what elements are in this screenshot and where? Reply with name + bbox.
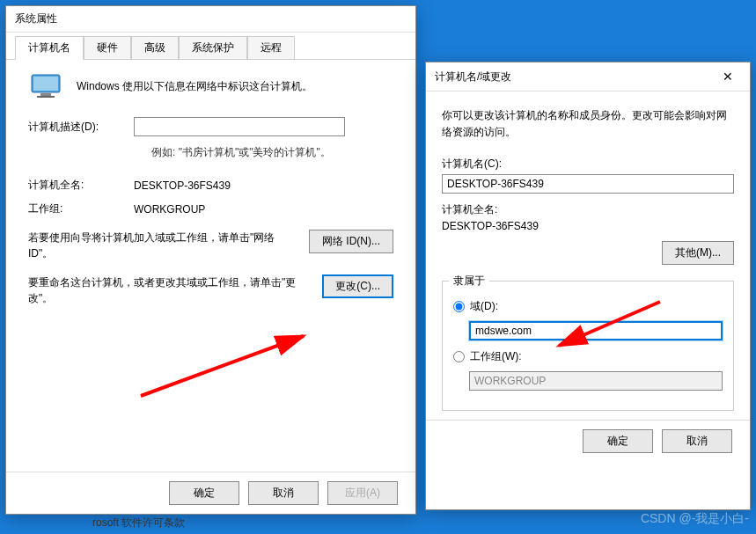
description-row: 计算机描述(D): [28, 117, 393, 136]
domain-radio-label: 域(D): [470, 299, 498, 314]
intro-text: Windows 使用以下信息在网络中标识这台计算机。 [77, 79, 312, 94]
computer-name-input[interactable] [442, 174, 734, 194]
change-block: 要重命名这台计算机，或者更改其域或工作组，请单击"更改"。 更改(C)... [28, 274, 393, 306]
tabstrip: 计算机名 硬件 高级 系统保护 远程 [6, 36, 415, 60]
panel: Windows 使用以下信息在网络中标识这台计算机。 计算机描述(D): 例如:… [6, 60, 415, 333]
member-of-fieldset: 隶属于 域(D): 工作组(W): [442, 274, 734, 411]
domain-radio-row: 域(D): [453, 299, 723, 314]
cancel-button[interactable]: 取消 [662, 429, 732, 453]
network-id-button[interactable]: 网络 ID(N)... [309, 230, 393, 253]
bottom-text-fragment: rosoft 软件许可条款 [92, 516, 185, 530]
netid-text: 若要使用向导将计算机加入域或工作组，请单击"网络 ID"。 [28, 230, 291, 261]
domain-change-dialog: 计算机名/域更改 ✕ 你可以更改该计算机的名称和成员身份。更改可能会影响对网络资… [425, 62, 751, 510]
svg-rect-1 [33, 77, 58, 91]
titlebar[interactable]: 系统属性 [6, 6, 415, 33]
window-title: 计算机名/域更改 [435, 69, 715, 84]
workgroup-value: WORKGROUP [134, 203, 205, 216]
change-button[interactable]: 更改(C)... [322, 274, 393, 298]
workgroup-input [469, 371, 723, 391]
tab-system-protection[interactable]: 系统保护 [179, 36, 247, 60]
dialog-footer: 确定 取消 应用(A) [6, 472, 415, 514]
close-icon[interactable]: ✕ [715, 68, 741, 85]
dialog-footer: 确定 取消 [426, 420, 750, 462]
fullname-label: 计算机全名: [442, 202, 734, 217]
intro-row: Windows 使用以下信息在网络中标识这台计算机。 [28, 73, 393, 99]
description-example: 例如: "书房计算机"或"美玲的计算机"。 [151, 145, 393, 160]
dialog-body: 你可以更改该计算机的名称和成员身份。更改可能会影响对网络资源的访问。 计算机名(… [426, 91, 750, 420]
member-of-legend: 隶属于 [449, 274, 489, 289]
description-input[interactable] [134, 117, 345, 136]
fullname-value: DESKTOP-36FS439 [442, 220, 734, 232]
titlebar[interactable]: 计算机名/域更改 ✕ [426, 62, 750, 91]
description-label: 计算机描述(D): [28, 120, 134, 135]
netid-block: 若要使用向导将计算机加入域或工作组，请单击"网络 ID"。 网络 ID(N)..… [28, 230, 393, 261]
fullname-row: 计算机全名: DESKTOP-36FS439 [28, 178, 393, 193]
workgroup-radio-label: 工作组(W): [470, 349, 522, 364]
workgroup-label: 工作组: [28, 201, 134, 216]
domain-radio[interactable] [453, 301, 465, 312]
computer-icon [28, 73, 63, 99]
apply-button[interactable]: 应用(A) [327, 481, 398, 505]
tab-remote[interactable]: 远程 [247, 36, 295, 60]
svg-rect-3 [37, 96, 55, 98]
other-button[interactable]: 其他(M)... [662, 241, 734, 265]
tab-advanced[interactable]: 高级 [131, 36, 179, 60]
workgroup-radio[interactable] [453, 351, 465, 362]
computer-name-label: 计算机名(C): [442, 157, 734, 172]
ok-button[interactable]: 确定 [169, 481, 239, 505]
system-properties-dialog: 系统属性 计算机名 硬件 高级 系统保护 远程 Windows 使用以下信息在网… [5, 5, 416, 515]
cancel-button[interactable]: 取消 [248, 481, 319, 505]
workgroup-radio-row: 工作组(W): [453, 349, 723, 364]
watermark: CSDN @-我是小白- [641, 511, 749, 527]
domain-input[interactable] [469, 321, 723, 340]
window-title: 系统属性 [15, 11, 407, 26]
tab-hardware[interactable]: 硬件 [84, 36, 131, 60]
svg-rect-2 [40, 93, 51, 96]
change-text: 要重命名这台计算机，或者更改其域或工作组，请单击"更改"。 [28, 274, 305, 306]
ok-button[interactable]: 确定 [583, 429, 653, 453]
tab-computer-name[interactable]: 计算机名 [15, 36, 84, 60]
fullname-label: 计算机全名: [28, 178, 134, 193]
explanation-text: 你可以更改该计算机的名称和成员身份。更改可能会影响对网络资源的访问。 [442, 107, 734, 141]
fullname-value: DESKTOP-36FS439 [134, 179, 231, 192]
workgroup-row: 工作组: WORKGROUP [28, 201, 393, 216]
other-row: 其他(M)... [442, 241, 734, 265]
